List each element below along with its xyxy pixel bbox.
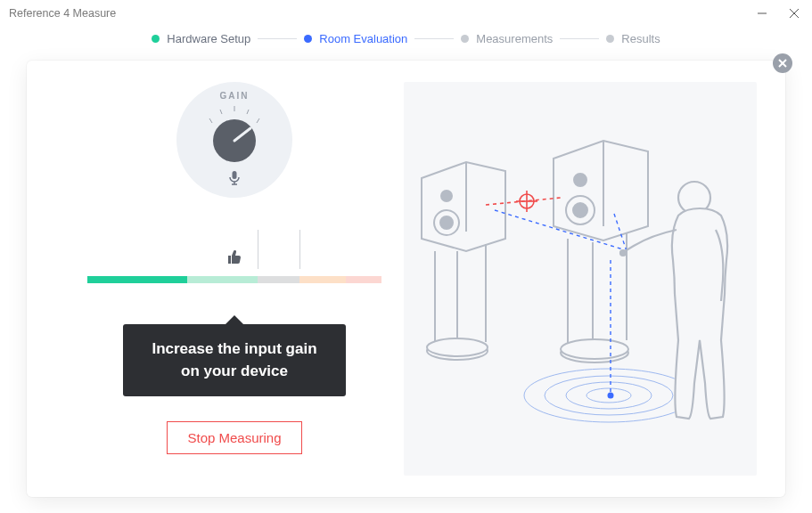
meter-bar bbox=[87, 276, 381, 283]
svg-point-44 bbox=[620, 250, 626, 256]
step-results[interactable]: Results bbox=[606, 32, 660, 45]
svg-rect-12 bbox=[233, 171, 237, 179]
step-room-evaluation[interactable]: Room Evaluation bbox=[304, 32, 407, 45]
window-title: Reference 4 Measure bbox=[9, 7, 116, 20]
step-dot-icon bbox=[304, 35, 312, 43]
minimize-button[interactable] bbox=[757, 8, 767, 19]
svg-point-19 bbox=[607, 393, 613, 399]
microphone-icon bbox=[228, 171, 241, 189]
gain-dial: GAIN bbox=[176, 82, 292, 198]
thumbs-up-icon bbox=[217, 248, 252, 269]
svg-point-20 bbox=[441, 191, 452, 201]
hint-tooltip: Increase the input gain on your device bbox=[123, 324, 346, 396]
step-label: Room Evaluation bbox=[319, 32, 407, 45]
svg-point-30 bbox=[573, 203, 587, 217]
step-connector bbox=[258, 38, 297, 39]
step-label: Hardware Setup bbox=[167, 32, 250, 45]
svg-line-6 bbox=[220, 110, 222, 114]
stop-measuring-button[interactable]: Stop Measuring bbox=[167, 421, 301, 454]
step-connector bbox=[560, 38, 599, 39]
step-label: Results bbox=[621, 32, 660, 45]
step-label: Measurements bbox=[476, 32, 553, 45]
svg-point-22 bbox=[440, 216, 453, 229]
dial-knob-icon bbox=[194, 101, 275, 163]
meter-tick-high bbox=[299, 230, 300, 269]
meter-tick-low bbox=[258, 230, 258, 269]
svg-point-35 bbox=[561, 339, 628, 359]
stop-button-label: Stop Measuring bbox=[187, 430, 281, 445]
gain-label: GAIN bbox=[220, 91, 250, 101]
main-card: GAIN bbox=[27, 61, 785, 497]
step-dot-icon bbox=[606, 35, 614, 43]
step-hardware-setup[interactable]: Hardware Setup bbox=[152, 32, 250, 45]
svg-line-9 bbox=[257, 118, 259, 123]
step-measurements[interactable]: Measurements bbox=[461, 32, 553, 45]
step-dot-icon bbox=[461, 35, 469, 43]
titlebar: Reference 4 Measure bbox=[0, 0, 812, 27]
step-dot-icon bbox=[152, 35, 160, 43]
svg-line-5 bbox=[209, 118, 212, 123]
room-illustration bbox=[404, 82, 757, 476]
svg-point-27 bbox=[427, 338, 488, 356]
svg-point-28 bbox=[574, 174, 586, 186]
svg-line-8 bbox=[247, 110, 249, 114]
gain-meter bbox=[87, 248, 381, 283]
close-icon bbox=[778, 59, 787, 68]
tooltip-line-2: on your device bbox=[181, 362, 288, 379]
wizard-stepper: Hardware Setup Room Evaluation Measureme… bbox=[0, 27, 812, 50]
step-connector bbox=[414, 38, 454, 39]
card-close-button[interactable] bbox=[773, 53, 792, 73]
window-controls bbox=[757, 8, 800, 19]
tooltip-line-1: Increase the input gain bbox=[152, 340, 316, 357]
close-button[interactable] bbox=[789, 8, 800, 19]
